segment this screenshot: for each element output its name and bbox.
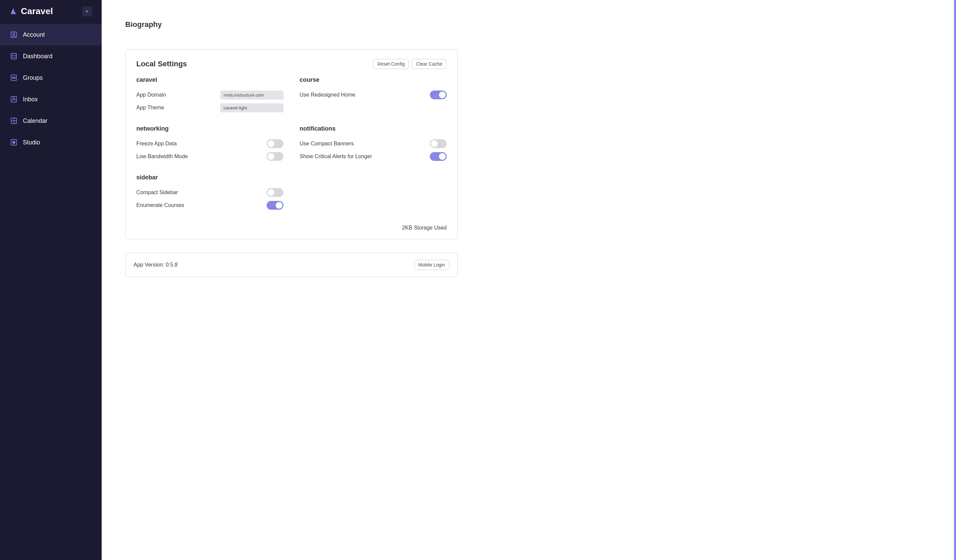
freeze-app-data-label: Freeze App Data: [136, 141, 177, 147]
clear-cache-button[interactable]: Clear Cache: [412, 59, 447, 69]
brand: Caravel: [9, 6, 53, 16]
local-settings-header: Local Settings Reset Config Clear Cache: [136, 59, 447, 69]
main-content: Biography Local Settings Reset Config Cl…: [102, 0, 956, 560]
svg-point-1: [13, 33, 15, 35]
critical-alerts-longer-toggle[interactable]: [430, 152, 447, 161]
group-sidebar: sidebar Compact Sidebar Enumerate Course…: [136, 174, 283, 211]
svg-point-13: [12, 141, 15, 144]
group-course: course Use Redesigned Home x: [300, 76, 447, 114]
calendar-icon: [10, 117, 17, 124]
sidebar: Caravel Account Dashboard: [0, 0, 102, 560]
app-version-text: App Version: 0.5.8: [134, 262, 178, 268]
group-heading-caravel: caravel: [136, 76, 283, 83]
compact-sidebar-label: Compact Sidebar: [136, 190, 178, 196]
group-caravel: caravel App Domain App Theme: [136, 76, 283, 114]
sidebar-item-label: Calendar: [23, 118, 47, 124]
inbox-icon: [10, 96, 17, 103]
brand-logo-icon: [9, 8, 17, 16]
version-card: App Version: 0.5.8 Mobile Login: [125, 253, 458, 277]
local-settings-actions: Reset Config Clear Cache: [373, 59, 447, 69]
group-heading-notifications: notifications: [300, 125, 447, 132]
redesigned-home-toggle[interactable]: [430, 91, 447, 99]
group-heading-networking: networking: [136, 125, 283, 132]
brand-name: Caravel: [21, 6, 53, 16]
sidebar-item-groups[interactable]: Groups: [0, 67, 102, 88]
enumerate-courses-label: Enumerate Courses: [136, 202, 184, 208]
dashboard-icon: [10, 52, 17, 60]
group-heading-sidebar: sidebar: [136, 174, 283, 181]
sidebar-item-label: Groups: [23, 74, 43, 82]
app-domain-input[interactable]: [220, 91, 283, 100]
sidebar-item-calendar[interactable]: Calendar: [0, 110, 102, 132]
mobile-login-button[interactable]: Mobile Login: [414, 260, 450, 270]
sidebar-item-dashboard[interactable]: Dashboard: [0, 45, 102, 67]
app-theme-label: App Theme: [136, 105, 164, 111]
biography-heading: Biography: [125, 20, 495, 29]
sidebar-item-label: Dashboard: [23, 53, 52, 60]
studio-icon: [10, 139, 17, 146]
sidebar-item-inbox[interactable]: Inbox: [0, 88, 102, 110]
critical-alerts-longer-label: Show Critical Alerts for Longer: [300, 154, 372, 160]
storage-used-text: 2KB Storage Used: [136, 225, 447, 231]
sidebar-item-label: Inbox: [23, 96, 38, 103]
local-settings-title: Local Settings: [136, 60, 187, 68]
sidebar-item-studio[interactable]: Studio: [0, 132, 102, 153]
reset-config-button[interactable]: Reset Config: [373, 59, 409, 69]
enumerate-courses-toggle[interactable]: [267, 201, 283, 210]
sidebar-header: Caravel: [0, 0, 102, 24]
local-settings-card: Local Settings Reset Config Clear Cache …: [125, 49, 458, 239]
redesigned-home-label: Use Redesigned Home: [300, 92, 355, 98]
collapse-sidebar-button[interactable]: [82, 6, 92, 16]
svg-point-6: [12, 77, 14, 79]
svg-rect-2: [11, 53, 17, 59]
sidebar-item-label: Account: [23, 31, 45, 38]
low-bandwidth-label: Low Bandwidth Mode: [136, 154, 188, 160]
low-bandwidth-toggle[interactable]: [267, 152, 283, 161]
sidebar-item-label: Studio: [23, 139, 40, 146]
group-heading-course: course: [300, 76, 447, 83]
groups-icon: [10, 74, 17, 82]
sidebar-nav: Account Dashboard Groups Inbox: [0, 24, 102, 153]
freeze-app-data-toggle[interactable]: [267, 139, 283, 148]
account-icon: [10, 31, 17, 38]
group-notifications: notifications Use Compact Banners Show C…: [300, 125, 447, 163]
compact-sidebar-toggle[interactable]: [267, 188, 283, 197]
group-networking: networking Freeze App Data Low Bandwidth…: [136, 125, 283, 163]
sidebar-item-account[interactable]: Account: [0, 24, 102, 45]
compact-banners-toggle[interactable]: [430, 139, 447, 148]
svg-point-7: [14, 77, 16, 79]
app-domain-label: App Domain: [136, 92, 166, 98]
app-theme-input[interactable]: [220, 103, 283, 112]
compact-banners-label: Use Compact Banners: [300, 141, 354, 147]
